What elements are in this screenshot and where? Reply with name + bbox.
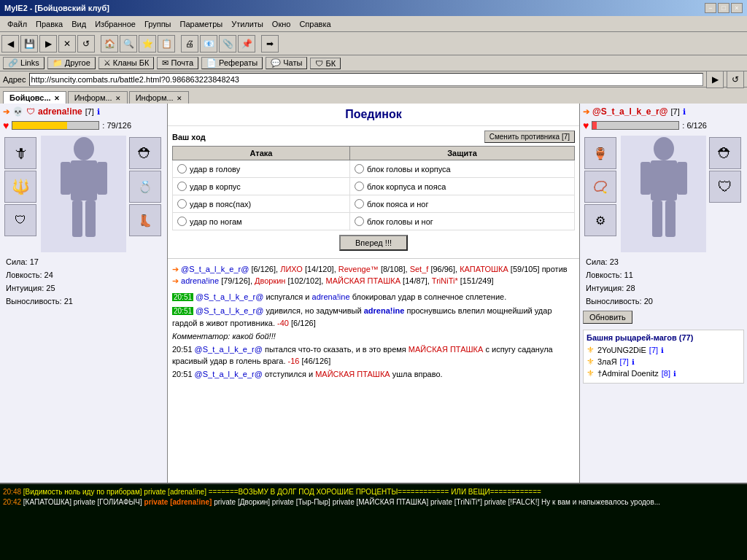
menu-favorites[interactable]: Избранное — [90, 18, 140, 30]
right-endurance: Выносливость: 20 — [586, 295, 741, 308]
menu-utilities[interactable]: Утилиты — [227, 18, 268, 30]
tower-panel: Башня рыцарей-магов (77) ⚜ 2YoUNG2DiE [7… — [583, 330, 744, 384]
attack-cell-2: удар в корпус — [173, 178, 350, 195]
menu-groups[interactable]: Группы — [140, 18, 176, 30]
links-mail[interactable]: ✉ Почта — [157, 57, 198, 69]
refresh-button[interactable]: ↺ — [77, 35, 95, 52]
tower-member-2-info[interactable]: ℹ — [632, 358, 635, 366]
defense-cell-3: блок пояса и ног — [349, 195, 574, 213]
left-equipment-right: ⛑ 💍 👢 — [128, 136, 164, 252]
attack-radio-3[interactable] — [177, 199, 187, 209]
defense-option-2[interactable]: блок корпуса и пояса — [355, 182, 570, 191]
switch-opponent-button[interactable]: Сменить противника [7] — [484, 131, 575, 143]
links-links[interactable]: 🔗 Links — [3, 57, 44, 69]
links-clans[interactable]: ⚔ Кланы БК — [98, 57, 155, 69]
svg-point-0 — [74, 137, 94, 160]
go-button[interactable]: ▶ — [706, 71, 724, 88]
right-figure-container — [621, 136, 706, 252]
right-figure-svg — [635, 136, 693, 252]
refresh-tower-button[interactable]: Обновить — [583, 311, 632, 324]
mail-btn[interactable]: 📧 — [200, 35, 217, 52]
close-button[interactable]: × — [731, 3, 743, 13]
tower-member-1-info[interactable]: ℹ — [661, 346, 664, 354]
search-button[interactable]: 🔍 — [120, 35, 137, 52]
attack-radio-1[interactable] — [177, 164, 187, 174]
stop-button[interactable]: ✕ — [58, 35, 76, 52]
svg-point-6 — [654, 137, 674, 160]
tower-member-3-info[interactable]: ℹ — [673, 370, 676, 378]
log-damage-2: -16 — [288, 357, 300, 365]
defense-radio-1[interactable] — [355, 164, 364, 174]
save-button[interactable]: 💾 — [20, 35, 38, 52]
right-item2-icon: 📿 — [584, 171, 616, 203]
tool1-btn[interactable]: 📎 — [219, 35, 236, 52]
tool2-btn[interactable]: 📌 — [238, 35, 255, 52]
left-badge-icon: 🛡 — [26, 106, 35, 117]
menu-view[interactable]: Вид — [67, 18, 90, 30]
tab-boets[interactable]: Бойцовс...✕ — [3, 91, 66, 104]
left-boots-icon: 👢 — [129, 204, 161, 236]
window-title: MyIE2 - [Бойцовский клуб] — [4, 4, 109, 12]
home-button[interactable]: 🏠 — [101, 35, 118, 52]
back-button[interactable]: ◀ — [1, 35, 19, 52]
defense-option-4[interactable]: блок головы и ног — [355, 217, 570, 226]
print-btn[interactable]: 🖨 — [181, 35, 198, 52]
center-panel: Поединок Ваш ход Сменить противника [7] … — [168, 104, 579, 483]
log-stalker-ref: @S_t_a_l_k_e_r@ — [181, 265, 249, 273]
right-player-level: [7] — [670, 107, 679, 116]
defense-option-3[interactable]: блок пояса и ног — [355, 199, 570, 209]
svg-rect-7 — [651, 160, 677, 201]
log-stalker-2: @S_t_a_l_k_e_r@ — [196, 292, 263, 301]
log-adrenaline-3: adrena!ine — [364, 306, 405, 315]
links-other[interactable]: 📁 Другое — [47, 57, 96, 69]
log-adrenaline-ref: adrena!ine — [181, 276, 219, 285]
tower-item-3: ⚜ †Admiral Doenitz [8] ℹ — [587, 368, 740, 378]
log-battle-info: ➔ @S_t_a_l_k_e_r@ [6/126], ЛИХО [14/120]… — [172, 263, 575, 287]
tower-icon-3: ⚜ — [587, 368, 595, 378]
menu-file[interactable]: Файл — [3, 18, 31, 30]
defense-radio-2[interactable] — [355, 182, 364, 191]
attack-option-2[interactable]: удар в корпус — [177, 182, 345, 191]
attack-option-3[interactable]: удар в пояс(пах) — [177, 199, 345, 209]
right-hp-bar-fill — [592, 122, 597, 129]
tower-member-1-name: 2YoUNG2DiE — [597, 346, 646, 354]
links-refs[interactable]: 📄 Рефераты — [201, 57, 263, 69]
attack-option-4[interactable]: удар по ногам — [177, 217, 345, 226]
left-helmet-icon: ⛑ — [129, 137, 161, 169]
refresh-addr-btn[interactable]: ↺ — [727, 71, 744, 88]
attack-option-1[interactable]: удар в голову — [177, 164, 345, 174]
tower-item-2: ⚜ 3лаЯ [7] ℹ — [587, 357, 740, 367]
right-info-icon[interactable]: ℹ — [683, 107, 686, 117]
attack-radio-2[interactable] — [177, 182, 187, 191]
menu-edit[interactable]: Правка — [31, 18, 67, 30]
left-intuition: Интуиция: 25 — [6, 281, 161, 295]
right-scroll-area[interactable]: Обновить Башня рыцарей-магов (77) ⚜ 2YoU… — [583, 311, 744, 529]
defense-radio-4[interactable] — [355, 217, 364, 226]
left-item2-icon: 🔱 — [4, 171, 36, 203]
minimize-button[interactable]: − — [705, 3, 716, 13]
maximize-button[interactable]: □ — [718, 3, 729, 13]
address-input[interactable] — [29, 73, 704, 86]
left-info-icon[interactable]: ℹ — [97, 107, 100, 117]
tab-inform1[interactable]: Информ...✕ — [68, 91, 128, 104]
toolbar: ◀ 💾 ▶ ✕ ↺ 🏠 🔍 ⭐ 📋 🖨 📧 📎 📌 ➡ — [0, 32, 747, 55]
forward-button[interactable]: ▶ — [39, 35, 57, 52]
history-btn[interactable]: 📋 — [158, 35, 175, 52]
defense-header: Защита — [349, 147, 574, 160]
menu-window[interactable]: Окно — [268, 18, 295, 30]
tower-member-1-level: [7] — [649, 346, 658, 354]
defense-radio-3[interactable] — [355, 199, 364, 209]
forward-button[interactable]: Вперед !!! — [339, 235, 408, 251]
left-figure-container — [41, 136, 126, 252]
menu-params[interactable]: Параметры — [176, 18, 228, 30]
menu-help[interactable]: Справка — [295, 18, 335, 30]
title-bar: MyIE2 - [Бойцовский клуб] − □ × — [0, 0, 747, 16]
favorites-btn[interactable]: ⭐ — [139, 35, 156, 52]
battle-row-2: удар в корпус блок корпуса и пояса — [173, 178, 575, 195]
defense-option-1[interactable]: блок головы и корпуса — [355, 164, 570, 174]
arrow-btn[interactable]: ➡ — [261, 35, 279, 52]
links-chats[interactable]: 💬 Чаты — [266, 57, 307, 69]
attack-radio-4[interactable] — [177, 217, 187, 226]
tab-inform2[interactable]: Информ...✕ — [129, 91, 189, 104]
links-bk[interactable]: 🛡 БК — [310, 58, 341, 69]
